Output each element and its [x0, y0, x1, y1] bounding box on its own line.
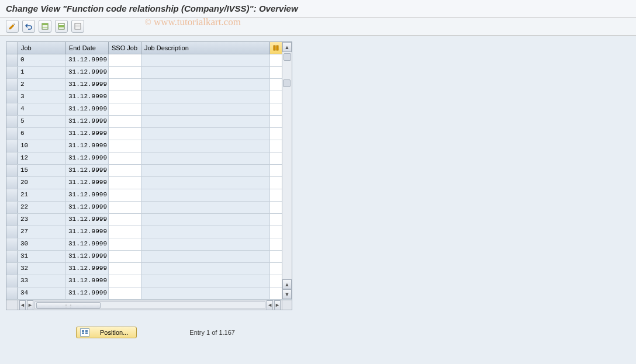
scroll-up-button[interactable]: ▲ [282, 42, 292, 52]
toggle-change-button[interactable] [6, 20, 19, 33]
cell-job[interactable]: 1 [18, 67, 66, 78]
row-selector[interactable] [6, 152, 18, 164]
column-header-selector[interactable] [6, 42, 18, 54]
cell-job-description[interactable] [141, 189, 270, 201]
cell-end-date[interactable]: 31.12.9999 [66, 140, 109, 152]
cell-end-date[interactable]: 31.12.9999 [66, 202, 109, 213]
table-row[interactable]: 2731.12.9999 [6, 226, 292, 238]
table-row[interactable]: 2231.12.9999 [6, 202, 292, 214]
cell-sso-job[interactable] [109, 177, 141, 189]
table-row[interactable]: 031.12.9999 [6, 54, 292, 67]
table-row[interactable]: 231.12.9999 [6, 79, 292, 91]
cell-end-date[interactable]: 31.12.9999 [66, 116, 109, 127]
cell-end-date[interactable]: 31.12.9999 [66, 287, 109, 299]
row-selector[interactable] [6, 103, 18, 115]
cell-end-date[interactable]: 31.12.9999 [66, 91, 109, 103]
cell-sso-job[interactable] [109, 128, 141, 140]
cell-job-description[interactable] [141, 91, 270, 103]
cell-job-description[interactable] [141, 177, 270, 189]
cell-sso-job[interactable] [109, 226, 141, 238]
row-selector[interactable] [6, 128, 18, 140]
cell-job-description[interactable] [141, 116, 270, 127]
cell-job[interactable]: 5 [18, 116, 66, 127]
cell-sso-job[interactable] [109, 287, 141, 299]
cell-sso-job[interactable] [109, 275, 141, 287]
cell-job[interactable]: 21 [18, 189, 66, 201]
cell-job[interactable]: 33 [18, 275, 66, 287]
cell-job-description[interactable] [141, 67, 270, 78]
table-row[interactable]: 531.12.9999 [6, 116, 292, 128]
table-row[interactable]: 3131.12.9999 [6, 251, 292, 263]
cell-job-description[interactable] [141, 263, 270, 275]
cell-end-date[interactable]: 31.12.9999 [66, 165, 109, 176]
cell-job-description[interactable] [141, 275, 270, 287]
cell-end-date[interactable]: 31.12.9999 [66, 79, 109, 91]
row-selector[interactable] [6, 67, 18, 78]
cell-job[interactable]: 3 [18, 91, 66, 103]
cell-end-date[interactable]: 31.12.9999 [66, 275, 109, 287]
hscroll-thumb[interactable]: ⋮⋮ [36, 302, 101, 308]
cell-job[interactable]: 31 [18, 251, 66, 262]
cell-job[interactable]: 27 [18, 226, 66, 238]
scroll-right-end-button[interactable]: ► [274, 300, 281, 310]
column-header-job-description[interactable]: Job Description [141, 42, 270, 54]
cell-job[interactable]: 10 [18, 140, 66, 152]
table-row[interactable]: 2331.12.9999 [6, 214, 292, 226]
cell-sso-job[interactable] [109, 103, 141, 115]
vscroll-thumb[interactable] [284, 53, 291, 61]
row-selector[interactable] [6, 189, 18, 201]
column-header-job[interactable]: Job [18, 42, 66, 54]
row-selector[interactable] [6, 177, 18, 189]
table-row[interactable]: 331.12.9999 [6, 91, 292, 103]
cell-job[interactable]: 22 [18, 202, 66, 213]
cell-sso-job[interactable] [109, 202, 141, 213]
cell-end-date[interactable]: 31.12.9999 [66, 238, 109, 250]
cell-job[interactable]: 34 [18, 287, 66, 299]
cell-end-date[interactable]: 31.12.9999 [66, 103, 109, 115]
cell-end-date[interactable]: 31.12.9999 [66, 263, 109, 275]
cell-job[interactable]: 12 [18, 152, 66, 164]
cell-job-description[interactable] [141, 238, 270, 250]
cell-end-date[interactable]: 31.12.9999 [66, 152, 109, 164]
table-row[interactable]: 3231.12.9999 [6, 263, 292, 275]
table-row[interactable]: 2031.12.9999 [6, 177, 292, 189]
cell-sso-job[interactable] [109, 140, 141, 152]
cell-end-date[interactable]: 31.12.9999 [66, 251, 109, 262]
select-all-button[interactable] [39, 20, 51, 33]
cell-job[interactable]: 0 [18, 54, 66, 66]
table-row[interactable]: 1031.12.9999 [6, 140, 292, 152]
row-selector[interactable] [6, 116, 18, 127]
cell-job[interactable]: 32 [18, 263, 66, 275]
cell-sso-job[interactable] [109, 91, 141, 103]
row-selector[interactable] [6, 214, 18, 226]
cell-job[interactable]: 2 [18, 79, 66, 91]
cell-sso-job[interactable] [109, 54, 141, 66]
table-row[interactable]: 1231.12.9999 [6, 152, 292, 165]
cell-job-description[interactable] [141, 152, 270, 164]
cell-job-description[interactable] [141, 128, 270, 140]
scroll-right-button[interactable]: ► [27, 300, 33, 310]
cell-job-description[interactable] [141, 165, 270, 176]
cell-job-description[interactable] [141, 54, 270, 66]
cell-sso-job[interactable] [109, 67, 141, 78]
cell-end-date[interactable]: 31.12.9999 [66, 54, 109, 66]
table-row[interactable]: 3431.12.9999 [6, 287, 292, 300]
row-selector[interactable] [6, 275, 18, 287]
vscroll-track[interactable] [282, 52, 292, 279]
cell-end-date[interactable]: 31.12.9999 [66, 128, 109, 140]
table-config-button[interactable] [270, 42, 282, 54]
cell-job-description[interactable] [141, 140, 270, 152]
cell-job[interactable]: 4 [18, 103, 66, 115]
horizontal-scrollbar[interactable]: ◄ ► ⋮⋮ ◄ ► [6, 300, 282, 310]
cell-job-description[interactable] [141, 103, 270, 115]
cell-job-description[interactable] [141, 251, 270, 262]
scroll-left-button[interactable]: ◄ [19, 300, 26, 310]
row-selector[interactable] [6, 226, 18, 238]
cell-end-date[interactable]: 31.12.9999 [66, 226, 109, 238]
hscroll-track[interactable]: ⋮⋮ [34, 301, 265, 309]
column-header-sso-job[interactable]: SSO Job [109, 42, 141, 54]
table-row[interactable]: 2131.12.9999 [6, 189, 292, 202]
cell-end-date[interactable]: 31.12.9999 [66, 214, 109, 226]
scroll-down-button[interactable]: ▼ [282, 289, 292, 299]
cell-sso-job[interactable] [109, 251, 141, 262]
